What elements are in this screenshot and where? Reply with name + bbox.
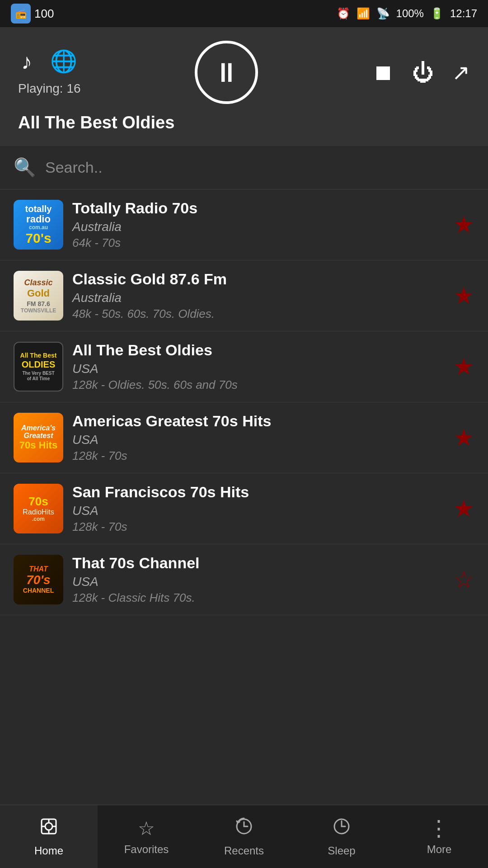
search-input[interactable] — [45, 159, 474, 176]
station-info-2: Classic Gold 87.6 Fm Australia 48k - 50s… — [63, 270, 453, 321]
station-logo-5: 70s RadioHits .com — [14, 484, 63, 533]
station-name-3: All The Best Oldies — [72, 341, 444, 359]
bottom-nav: Home ☆ Favorites Recents Sleep ⋮ More — [0, 805, 488, 868]
station-logo-4: America's Greatest 70s Hits — [14, 413, 63, 462]
recents-icon — [234, 816, 254, 841]
nav-item-home[interactable]: Home — [0, 805, 98, 868]
search-bar: 🔍 — [0, 146, 488, 189]
station-meta-6: 128k - Classic Hits 70s. — [72, 591, 444, 605]
station-item[interactable]: America's Greatest 70s Hits Americas Gre… — [0, 402, 488, 473]
station-country-4: USA — [72, 433, 444, 447]
svg-point-1 — [45, 823, 52, 830]
wifi-icon: 📶 — [357, 7, 370, 20]
station-star-5[interactable]: ★ — [453, 495, 474, 522]
nav-item-more[interactable]: ⋮ More — [390, 805, 488, 868]
sleep-label: Sleep — [328, 844, 355, 857]
share-button[interactable]: ↗ — [452, 60, 470, 85]
station-star-2[interactable]: ★ — [453, 282, 474, 309]
player-right-section: ⏹ ⏻ ↗ — [372, 60, 470, 85]
playing-label: Playing: 16 — [18, 81, 81, 96]
station-info-6: That 70s Channel USA 128k - Classic Hits… — [63, 554, 453, 605]
station-name-6: That 70s Channel — [72, 554, 444, 572]
player-controls-row: ♪ 🌐 Playing: 16 ⏸ ⏹ ⏻ ↗ — [18, 41, 470, 104]
station-name-1: Totally Radio 70s — [72, 199, 444, 217]
music-note-icon[interactable]: ♪ — [21, 49, 32, 74]
station-country-5: USA — [72, 504, 444, 518]
player-left-section: ♪ 🌐 Playing: 16 — [18, 49, 81, 96]
station-meta-5: 128k - 70s — [72, 520, 444, 534]
pause-icon: ⏸ — [213, 57, 240, 88]
station-country-1: Australia — [72, 220, 444, 234]
recents-label: Recents — [224, 844, 264, 857]
signal-icon: 📡 — [376, 7, 390, 20]
home-label: Home — [34, 844, 63, 857]
station-meta-2: 48k - 50s. 60s. 70s. Oldies. — [72, 307, 444, 321]
favorites-label: Favorites — [124, 843, 169, 856]
now-playing-title: All The Best Oldies — [18, 113, 470, 132]
station-list: totally radio com.au 70's Totally Radio … — [0, 189, 488, 809]
station-info-1: Totally Radio 70s Australia 64k - 70s — [63, 199, 453, 250]
station-meta-4: 128k - 70s — [72, 449, 444, 463]
station-star-4[interactable]: ★ — [453, 424, 474, 451]
station-item[interactable]: All The Best OLDIES The Very BESTof All … — [0, 331, 488, 402]
search-icon: 🔍 — [14, 157, 36, 178]
station-meta-3: 128k - Oldies. 50s. 60s and 70s — [72, 378, 444, 392]
status-number: 100 — [34, 7, 54, 21]
station-star-3[interactable]: ★ — [453, 353, 474, 380]
pause-button[interactable]: ⏸ — [195, 41, 258, 104]
player-header: ♪ 🌐 Playing: 16 ⏸ ⏹ ⏻ ↗ All The Best Old… — [0, 27, 488, 146]
station-logo-2: Classic Gold FM 87.6 TOWNSVILLE — [14, 271, 63, 321]
time-display: 12:17 — [450, 7, 477, 20]
stop-button[interactable]: ⏹ — [372, 60, 394, 85]
status-bar: 📻 100 ⏰ 📶 📡 100% 🔋 12:17 — [0, 0, 488, 27]
station-info-5: San Franciscos 70s Hits USA 128k - 70s — [63, 483, 453, 534]
station-country-6: USA — [72, 575, 444, 589]
station-country-2: Australia — [72, 291, 444, 305]
station-item[interactable]: Classic Gold FM 87.6 TOWNSVILLE Classic … — [0, 260, 488, 331]
station-info-3: All The Best Oldies USA 128k - Oldies. 5… — [63, 341, 453, 392]
home-icon — [39, 816, 59, 841]
station-logo-6: THAT 70's CHANNEL — [14, 555, 63, 604]
nav-item-sleep[interactable]: Sleep — [293, 805, 390, 868]
globe-icon[interactable]: 🌐 — [50, 49, 77, 74]
more-icon: ⋮ — [428, 818, 450, 840]
player-left-icons: ♪ 🌐 — [21, 49, 77, 74]
station-info-4: Americas Greatest 70s Hits USA 128k - 70… — [63, 412, 453, 463]
station-meta-1: 64k - 70s — [72, 236, 444, 250]
power-button[interactable]: ⏻ — [412, 60, 434, 85]
alarm-icon: ⏰ — [337, 7, 350, 20]
station-name-5: San Franciscos 70s Hits — [72, 483, 444, 501]
station-item[interactable]: THAT 70's CHANNEL That 70s Channel USA 1… — [0, 544, 488, 615]
status-left: 📻 100 — [11, 4, 54, 24]
station-country-3: USA — [72, 362, 444, 376]
station-name-2: Classic Gold 87.6 Fm — [72, 270, 444, 288]
station-name-4: Americas Greatest 70s Hits — [72, 412, 444, 430]
status-right: ⏰ 📶 📡 100% 🔋 12:17 — [337, 7, 477, 20]
more-label: More — [427, 843, 452, 856]
battery-percent: 100% — [396, 7, 424, 20]
station-star-6[interactable]: ☆ — [453, 566, 474, 593]
sleep-icon — [332, 816, 352, 841]
station-logo-1: totally radio com.au 70's — [14, 200, 63, 250]
station-item[interactable]: 70s RadioHits .com San Franciscos 70s Hi… — [0, 473, 488, 544]
station-item[interactable]: totally radio com.au 70's Totally Radio … — [0, 189, 488, 260]
station-star-1[interactable]: ★ — [453, 211, 474, 238]
nav-item-favorites[interactable]: ☆ Favorites — [98, 805, 195, 868]
nav-item-recents[interactable]: Recents — [195, 805, 293, 868]
app-icon: 📻 — [11, 4, 31, 24]
favorites-icon: ☆ — [138, 817, 155, 840]
battery-icon: 🔋 — [430, 7, 444, 20]
station-logo-3: All The Best OLDIES The Very BESTof All … — [14, 342, 63, 392]
